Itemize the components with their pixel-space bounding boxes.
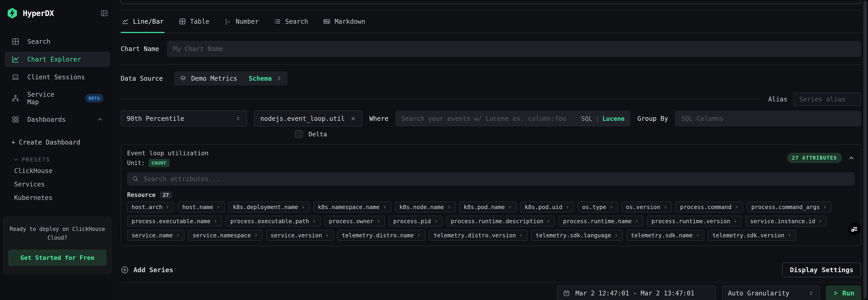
tab-line-bar[interactable]: Line/Bar	[121, 10, 165, 33]
attribute-chip-label: process.command_args	[751, 204, 820, 211]
attribute-chip[interactable]: os.version	[621, 201, 672, 213]
collapse-panel-chevron-up-icon[interactable]	[848, 155, 855, 161]
tab-search[interactable]: Search	[273, 10, 309, 33]
time-controls-bar: Mar 2 12:47:01 - Mar 2 13:47:01 Auto Gra…	[121, 285, 861, 300]
preset-services[interactable]: Services	[0, 178, 115, 191]
display-settings-button[interactable]: Display Settings	[782, 263, 861, 277]
chevron-right-icon	[566, 205, 569, 209]
delta-checkbox[interactable]	[295, 130, 303, 138]
attribute-chip[interactable]: k8s.deployment.name	[228, 201, 310, 213]
sidebar-nav: Search Chart Explorer	[0, 34, 115, 127]
attribute-chip[interactable]: telemetry.distro.name	[337, 230, 425, 241]
lucene-option[interactable]: Lucene	[602, 115, 625, 122]
attribute-chip[interactable]: telemetry.sdk.version	[708, 230, 796, 241]
attribute-chip[interactable]: service.namespace	[188, 230, 262, 241]
attribute-chip[interactable]: k8s.pod.name	[459, 201, 517, 213]
chevron-right-icon	[312, 219, 316, 223]
scrollbar-track	[862, 0, 868, 300]
add-series-button[interactable]: Add Series	[121, 266, 173, 274]
whats-new-widget-button[interactable]	[847, 222, 862, 236]
date-range-picker[interactable]: Mar 2 12:47:01 - Mar 2 13:47:01	[557, 285, 716, 300]
aggregation-select[interactable]: 90th Percentile	[121, 111, 247, 127]
attribute-chip[interactable]: process.executable.name	[127, 216, 222, 226]
tab-number[interactable]: 1 2 3 Number	[223, 10, 259, 33]
attribute-chip[interactable]: process.command_args	[747, 201, 831, 213]
changelog-icon	[850, 225, 858, 233]
resource-count-badge: 27	[160, 191, 172, 198]
attribute-chip[interactable]: host.arch	[127, 201, 174, 213]
presets-list: ClickHouse Services Kubernetes	[0, 164, 115, 204]
resource-group-row: Resource 27	[127, 191, 855, 199]
sidebar-item-service-map[interactable]: Service Map BETA	[5, 87, 110, 109]
chevron-right-icon	[377, 219, 380, 223]
hyperdx-logo-icon[interactable]	[6, 7, 18, 19]
attribute-chip[interactable]: process.command	[676, 201, 743, 213]
attribute-chip[interactable]: telemetry.sdk.name	[626, 230, 704, 241]
collapse-sidebar-icon[interactable]	[100, 9, 108, 17]
chevron-right-icon	[614, 234, 618, 237]
attribute-chip[interactable]: service.name	[127, 230, 184, 241]
panel-header: Event loop utilization Unit: COUNT 27 AT…	[127, 149, 855, 167]
attribute-chip[interactable]: k8s.node.name	[395, 201, 456, 213]
create-dashboard-button[interactable]: + Create Dashboard	[0, 139, 115, 146]
query-language-toggle[interactable]: SQL | Lucene	[581, 115, 625, 122]
attribute-chip[interactable]: telemetry.distro.version	[429, 230, 527, 241]
attribute-chip-label: telemetry.sdk.name	[631, 232, 693, 239]
scrollbar-thumb[interactable]	[863, 1, 867, 299]
data-source-row: Data Source Demo Metrics Schema	[121, 71, 861, 85]
where-input[interactable]	[401, 115, 577, 122]
sql-option[interactable]: SQL	[581, 115, 592, 122]
attribute-chip[interactable]: k8s.namespace.name	[313, 201, 391, 213]
where-field: SQL | Lucene	[395, 111, 630, 127]
chevron-down-icon	[13, 157, 19, 163]
data-source-value: Demo Metrics	[191, 75, 237, 82]
group-by-input[interactable]	[681, 115, 855, 122]
sidebar-item-label: Service Map	[27, 91, 65, 106]
sidebar-item-dashboards[interactable]: Dashboards	[5, 112, 110, 127]
tab-markdown[interactable]: Markdown	[322, 10, 366, 33]
close-icon[interactable]	[350, 115, 356, 121]
sidebar-item-label: Dashboards	[27, 116, 66, 123]
attribute-chip-label: service.version	[271, 232, 322, 239]
attribute-chip[interactable]: os.type	[578, 201, 618, 213]
delta-label[interactable]: Delta	[309, 131, 327, 138]
presets-header[interactable]: PRESETS	[0, 157, 115, 163]
run-button[interactable]: Run	[826, 285, 861, 300]
attribute-chip[interactable]: telemetry.sdk.language	[531, 230, 623, 241]
attribute-chip-label: process.command	[680, 204, 732, 211]
attribute-chip[interactable]: process.executable.path	[226, 216, 320, 226]
alias-row: Alias	[121, 92, 861, 106]
calendar-icon	[563, 290, 570, 297]
get-started-button[interactable]: Get Started for Free	[8, 250, 106, 266]
granularity-select[interactable]: Auto Granularity	[722, 285, 820, 300]
alias-field	[793, 92, 861, 106]
granularity-value: Auto Granularity	[728, 290, 789, 297]
attribute-chip[interactable]: process.owner	[324, 216, 385, 226]
chevron-right-icon	[508, 205, 512, 209]
unit-line: Unit: COUNT	[127, 159, 209, 167]
preset-kubernetes[interactable]: Kubernetes	[0, 191, 115, 204]
number-123-icon: 1 2 3	[224, 18, 231, 25]
alias-input[interactable]	[799, 96, 855, 103]
data-source-select[interactable]: Demo Metrics Schema	[174, 71, 287, 85]
attribute-chip[interactable]: service.version	[266, 230, 334, 241]
attribute-chip[interactable]: process.pid	[389, 216, 443, 226]
attribute-chip[interactable]: process.runtime.description	[446, 216, 555, 226]
main-content: Line/Bar Table 1 2 3 Number	[115, 0, 868, 300]
attribute-chip[interactable]: k8s.pod.uid	[520, 201, 574, 213]
series-row: 90th Percentile nodejs.event_loop.util W…	[121, 111, 861, 127]
attribute-search-input[interactable]	[144, 175, 850, 183]
attribute-chip[interactable]: service.instance.id	[745, 216, 827, 226]
attribute-chip[interactable]: host.name	[178, 201, 224, 213]
attribute-chip[interactable]: process.runtime.name	[559, 216, 643, 226]
tab-table[interactable]: Table	[178, 10, 210, 33]
chevron-right-icon	[434, 219, 438, 223]
chart-name-input[interactable]	[173, 45, 855, 53]
attribute-chip[interactable]: process.runtime.version	[647, 216, 742, 226]
metric-chip[interactable]: nodejs.event_loop.util	[254, 111, 363, 127]
sidebar-item-search[interactable]: Search	[5, 34, 110, 49]
sidebar-item-client-sessions[interactable]: Client Sessions	[5, 69, 110, 85]
preset-clickhouse[interactable]: ClickHouse	[0, 164, 115, 178]
sidebar-item-chart-explorer[interactable]: Chart Explorer	[5, 52, 110, 67]
schema-link[interactable]: Schema	[249, 75, 272, 82]
